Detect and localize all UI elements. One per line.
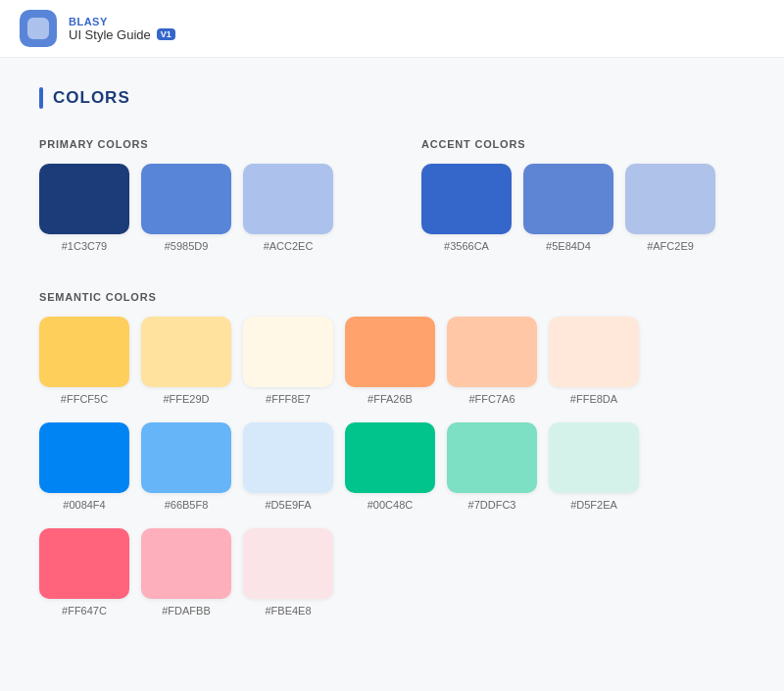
color-swatch [243,317,333,387]
color-swatch-item: #FBE4E8 [243,528,333,617]
main-content: COLORS PRIMARY COLORS #1C3C79#5985D9#ACC… [0,58,784,664]
color-swatch-item: #3566CA [421,164,512,252]
color-swatch-item: #D5F2EA [549,422,639,511]
primary-accent-row: PRIMARY COLORS #1C3C79#5985D9#ACC2EC ACC… [39,138,745,252]
color-hex-label: #00C48C [368,499,413,511]
color-hex-label: #1C3C79 [62,240,107,252]
color-hex-label: #FFCF5C [61,393,108,405]
app-subtitle: UI Style Guide V1 [69,27,175,42]
color-swatch [345,317,435,387]
color-hex-label: #FFC7A6 [468,393,514,405]
color-swatch-item: #FDAFBB [141,528,231,617]
color-swatch-item: #FFE29D [141,317,231,405]
semantic-color-row: #FF647C#FDAFBB#FBE4E8 [39,528,745,617]
app-logo-inner [27,18,49,39]
header-text: BLASY UI Style Guide V1 [69,16,175,42]
color-swatch [39,164,129,234]
color-swatch [39,317,129,387]
color-hex-label: #5985D9 [165,240,209,252]
color-swatch [549,317,639,387]
app-logo [20,10,57,47]
semantic-rows: #FFCF5C#FFE29D#FFF8E7#FFA26B#FFC7A6#FFE8… [39,317,745,617]
color-swatch [141,528,231,599]
color-swatch [421,164,512,234]
semantic-colors-section: SEMANTIC COLORS #FFCF5C#FFE29D#FFF8E7#FF… [39,291,745,634]
section-title-text: COLORS [53,88,130,108]
color-swatch-item: #FFE8DA [549,317,639,405]
color-groups: PRIMARY COLORS #1C3C79#5985D9#ACC2EC ACC… [39,138,745,634]
accent-colors-group: ACCENT COLORS #3566CA#5E84D4#AFC2E9 [421,138,745,252]
color-hex-label: #FDAFBB [162,605,211,617]
color-hex-label: #D5F2EA [570,499,617,511]
section-title-bar [39,87,43,109]
color-hex-label: #FFE8DA [570,393,617,405]
version-badge: V1 [157,28,175,40]
color-swatch [39,528,129,599]
color-swatch-item: #7DDFC3 [447,422,537,511]
color-swatch [243,164,333,234]
color-swatch-item: #FFCF5C [39,317,129,405]
color-swatch [141,422,231,493]
color-swatch [141,317,231,387]
color-hex-label: #FBE4E8 [265,605,311,617]
color-swatch [625,164,715,234]
color-swatch-item: #5E84D4 [523,164,613,252]
color-hex-label: #FF647C [62,605,107,617]
color-hex-label: #66B5F8 [165,499,209,511]
color-hex-label: #FFE29D [163,393,209,405]
semantic-colors-label: SEMANTIC COLORS [39,291,745,303]
color-swatch-item: #0084F4 [39,422,129,511]
color-swatch [243,422,333,493]
color-swatch-item: #FFC7A6 [447,317,537,405]
color-hex-label: #5E84D4 [546,240,591,252]
color-swatch-item: #FFA26B [345,317,435,405]
accent-swatches: #3566CA#5E84D4#AFC2E9 [421,164,745,252]
color-hex-label: #AFC2E9 [647,240,694,252]
color-swatch [345,422,435,493]
color-swatch-item: #1C3C79 [39,164,129,252]
primary-swatches: #1C3C79#5985D9#ACC2EC [39,164,363,252]
color-swatch [549,422,639,493]
color-swatch-item: #D5E9FA [243,422,333,511]
color-hex-label: #7DDFC3 [468,499,516,511]
semantic-color-row: #0084F4#66B5F8#D5E9FA#00C48C#7DDFC3#D5F2… [39,422,745,511]
color-swatch-item: #66B5F8 [141,422,231,511]
primary-colors-label: PRIMARY COLORS [39,138,363,150]
color-hex-label: #FFF8E7 [266,393,311,405]
color-swatch-item: #FF647C [39,528,129,617]
color-swatch-item: #AFC2E9 [625,164,715,252]
color-hex-label: #ACC2EC [264,240,314,252]
accent-colors-label: ACCENT COLORS [421,138,745,150]
color-swatch [447,422,537,493]
color-swatch [39,422,129,493]
color-hex-label: #0084F4 [63,499,105,511]
primary-colors-group: PRIMARY COLORS #1C3C79#5985D9#ACC2EC [39,138,363,252]
color-hex-label: #FFA26B [368,393,413,405]
color-swatch-item: #FFF8E7 [243,317,333,405]
app-name: BLASY [69,16,175,27]
section-title: COLORS [39,87,745,109]
color-swatch-item: #ACC2EC [243,164,333,252]
semantic-color-row: #FFCF5C#FFE29D#FFF8E7#FFA26B#FFC7A6#FFE8… [39,317,745,405]
color-hex-label: #3566CA [444,240,489,252]
color-swatch [523,164,613,234]
color-hex-label: #D5E9FA [265,499,311,511]
color-swatch [447,317,537,387]
color-swatch-item: #5985D9 [141,164,231,252]
color-swatch-item: #00C48C [345,422,435,511]
app-header: BLASY UI Style Guide V1 [0,0,784,58]
color-swatch [141,164,231,234]
color-swatch [243,528,333,599]
